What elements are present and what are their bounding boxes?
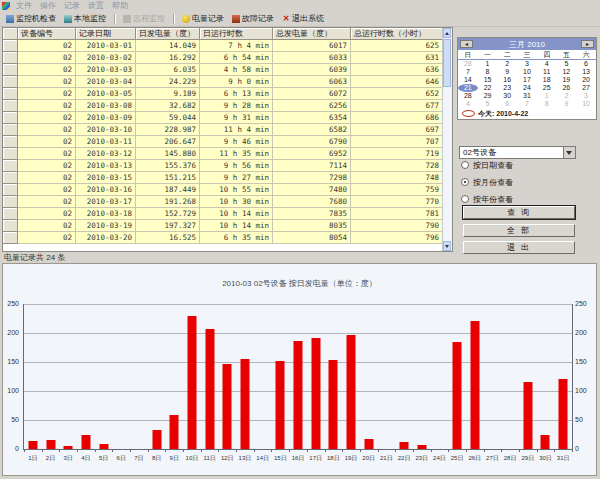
- row-selector[interactable]: [3, 52, 18, 64]
- menu-item-4[interactable]: 设置: [88, 0, 112, 11]
- calendar-day[interactable]: 13: [576, 68, 596, 76]
- toolbar-button-4[interactable]: 电量记录: [178, 12, 228, 25]
- calendar-day[interactable]: 30: [497, 92, 517, 100]
- table-row[interactable]: 022010-03-19197.32710 h 14 min8035790: [3, 220, 452, 232]
- calendar-day[interactable]: 11: [537, 68, 557, 76]
- calendar-day[interactable]: 14: [458, 76, 478, 84]
- toolbar-button-1[interactable]: 监控机检查: [2, 12, 60, 25]
- calendar-day[interactable]: 10: [576, 100, 596, 108]
- row-selector[interactable]: [3, 184, 18, 196]
- table-row[interactable]: 022010-03-17191.26810 h 30 min7680770: [3, 196, 452, 208]
- toolbar-button-2[interactable]: 本地监控: [60, 12, 110, 25]
- calendar-day[interactable]: 23: [497, 84, 517, 92]
- radio-option-1[interactable]: 按日期查看: [461, 160, 513, 170]
- calendar-day[interactable]: 5: [557, 60, 577, 68]
- calendar-day[interactable]: 9: [497, 68, 517, 76]
- menu-item-5[interactable]: 帮助: [112, 0, 136, 11]
- calendar-day[interactable]: 28: [458, 60, 478, 68]
- calendar-day[interactable]: 7: [517, 100, 537, 108]
- row-selector[interactable]: [3, 136, 18, 148]
- row-selector[interactable]: [3, 76, 18, 88]
- row-selector[interactable]: [3, 100, 18, 112]
- table-row[interactable]: 022010-03-0832.6829 h 28 min6256677: [3, 100, 452, 112]
- calendar-day[interactable]: 27: [576, 84, 596, 92]
- calendar-day[interactable]: 25: [537, 84, 557, 92]
- table-row[interactable]: 022010-03-0216.2926 h 54 min6033631: [3, 52, 452, 64]
- calendar-day[interactable]: 29: [478, 92, 498, 100]
- table-row[interactable]: 022010-03-11206.6479 h 46 min6790707: [3, 136, 452, 148]
- table-row[interactable]: 022010-03-16187.44910 h 55 min7480759: [3, 184, 452, 196]
- calendar-day[interactable]: 19: [557, 76, 577, 84]
- chevron-down-icon[interactable]: [563, 147, 575, 158]
- action-button-2[interactable]: 全 部: [463, 224, 575, 237]
- device-dropdown[interactable]: 02号设备: [459, 146, 576, 159]
- table-row[interactable]: 022010-03-12145.88011 h 35 min6952719: [3, 148, 452, 160]
- table-scrollbar[interactable]: [442, 28, 452, 251]
- calendar-day[interactable]: 6: [576, 60, 596, 68]
- row-selector[interactable]: [3, 220, 18, 232]
- calendar-day[interactable]: 22: [478, 84, 498, 92]
- calendar-day[interactable]: 12: [557, 68, 577, 76]
- calendar-day[interactable]: 5: [478, 100, 498, 108]
- table-row[interactable]: 022010-03-0424.2299 h 0 min6063646: [3, 76, 452, 88]
- calendar-day[interactable]: 1: [537, 92, 557, 100]
- toolbar-button-5[interactable]: 故障记录: [228, 12, 278, 25]
- calendar-day[interactable]: 10: [517, 68, 537, 76]
- table-row[interactable]: 022010-03-10228.98711 h 4 min6582697: [3, 124, 452, 136]
- row-selector[interactable]: [3, 232, 18, 244]
- calendar-day-selected[interactable]: 21: [458, 84, 478, 92]
- scroll-down-icon[interactable]: [443, 241, 451, 251]
- scroll-up-icon[interactable]: [443, 28, 451, 38]
- menu-item-2[interactable]: 操作: [40, 0, 64, 11]
- calendar-day[interactable]: 6: [497, 100, 517, 108]
- row-selector[interactable]: [3, 160, 18, 172]
- calendar-day[interactable]: 9: [557, 100, 577, 108]
- menu-item-3[interactable]: 记录: [64, 0, 88, 11]
- calendar-day[interactable]: 4: [458, 100, 478, 108]
- action-button-3[interactable]: 退 出: [463, 241, 575, 254]
- calendar-day[interactable]: 18: [537, 76, 557, 84]
- row-selector[interactable]: [3, 112, 18, 124]
- calendar-day[interactable]: 20: [576, 76, 596, 84]
- scrollbar-thumb[interactable]: [443, 39, 451, 87]
- calendar-day[interactable]: 4: [537, 60, 557, 68]
- calendar-next-icon[interactable]: ►: [581, 40, 594, 48]
- calendar-day[interactable]: 16: [497, 76, 517, 84]
- action-button-1[interactable]: 查 询: [463, 206, 575, 219]
- calendar-day[interactable]: 31: [517, 92, 537, 100]
- calendar-day[interactable]: 28: [458, 92, 478, 100]
- calendar-prev-icon[interactable]: ◄: [460, 40, 473, 48]
- calendar-day[interactable]: 17: [517, 76, 537, 84]
- table-row[interactable]: 022010-03-15151.2159 h 27 min7298748: [3, 172, 452, 184]
- row-selector[interactable]: [3, 64, 18, 76]
- calendar-day[interactable]: 2: [557, 92, 577, 100]
- row-selector[interactable]: [3, 196, 18, 208]
- row-selector[interactable]: [3, 172, 18, 184]
- toolbar-button-6[interactable]: 退出系统: [278, 12, 328, 25]
- calendar-day[interactable]: 1: [478, 60, 498, 68]
- calendar-day[interactable]: 2: [497, 60, 517, 68]
- menu-item-1[interactable]: 文件: [16, 0, 40, 11]
- table-row[interactable]: 022010-03-0114.0497 h 4 min6017625: [3, 40, 452, 52]
- radio-option-3[interactable]: 按年份查看: [461, 194, 513, 204]
- table-row[interactable]: 022010-03-13155.3769 h 56 min7114728: [3, 160, 452, 172]
- calendar-day[interactable]: 15: [478, 76, 498, 84]
- table-row[interactable]: 022010-03-036.0354 h 58 min6039636: [3, 64, 452, 76]
- radio-option-2[interactable]: 按月份查看: [461, 177, 513, 187]
- calendar-day[interactable]: 7: [458, 68, 478, 76]
- calendar-day[interactable]: 24: [517, 84, 537, 92]
- calendar-day[interactable]: 8: [478, 68, 498, 76]
- calendar-day[interactable]: 8: [537, 100, 557, 108]
- table-row[interactable]: 022010-03-059.1896 h 13 min6072652: [3, 88, 452, 100]
- calendar-day[interactable]: 3: [517, 60, 537, 68]
- row-selector[interactable]: [3, 124, 18, 136]
- calendar-day[interactable]: 3: [576, 92, 596, 100]
- calendar-day[interactable]: 26: [557, 84, 577, 92]
- table-row[interactable]: 022010-03-2016.5256 h 35 min8054796: [3, 232, 452, 244]
- row-selector[interactable]: [3, 40, 18, 52]
- table-row[interactable]: 022010-03-0959.0449 h 31 min6354686: [3, 112, 452, 124]
- row-selector[interactable]: [3, 88, 18, 100]
- calendar-today-row[interactable]: 今天: 2010-4-22: [458, 108, 596, 119]
- table-row[interactable]: 022010-03-18152.72910 h 14 min7835781: [3, 208, 452, 220]
- row-selector[interactable]: [3, 208, 18, 220]
